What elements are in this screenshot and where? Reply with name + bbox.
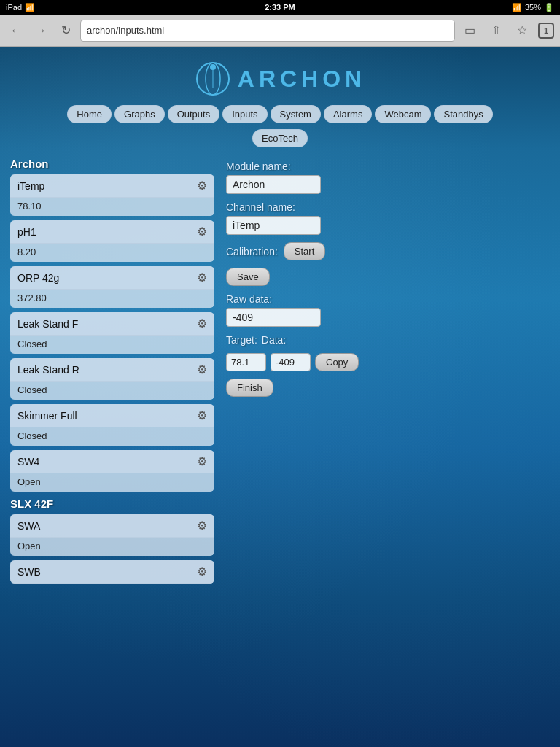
- target-value-input[interactable]: [226, 353, 266, 371]
- nav-webcam[interactable]: Webcam: [375, 105, 431, 123]
- sensor-value-orp: 372.80: [10, 290, 214, 308]
- nav-alarms[interactable]: Alarms: [324, 105, 372, 123]
- refresh-button[interactable]: ↻: [55, 20, 76, 41]
- data-label: Data:: [262, 334, 286, 346]
- slx-section-label: SLX 42F: [10, 498, 214, 510]
- sensor-name-orp: ORP 42g: [18, 272, 59, 284]
- raw-data-input[interactable]: [226, 308, 321, 327]
- nav-standbys[interactable]: Standbys: [434, 105, 492, 123]
- module-input[interactable]: [226, 175, 321, 194]
- nav-bar: Home Graphs Outputs Inputs System Alarms…: [0, 101, 560, 128]
- sensor-group-leak-f: Leak Stand F ⚙ Closed: [10, 312, 214, 354]
- sensor-header-swa: SWA ⚙: [10, 514, 214, 538]
- gear-icon-swb[interactable]: ⚙: [197, 565, 207, 578]
- sensor-header-itemp: iTemp ⚙: [10, 174, 214, 198]
- nav-ecotech[interactable]: EcoTech: [252, 129, 308, 147]
- content-area: Archon iTemp ⚙ 78.10 pH1 ⚙ 8.20: [0, 152, 560, 594]
- target-label: Target:: [226, 334, 257, 346]
- module-label: Module name:: [226, 160, 550, 172]
- browser-icons: ▭ ⇧ ☆ 1: [459, 20, 554, 41]
- sensor-group-ph1: pH1 ⚙ 8.20: [10, 220, 214, 262]
- gear-icon-leak-r[interactable]: ⚙: [197, 363, 207, 376]
- sensor-value-ph1: 8.20: [10, 244, 214, 262]
- sensor-value-leak-f: Closed: [10, 336, 214, 354]
- url-bar[interactable]: archon/inputs.html: [80, 20, 455, 42]
- sensor-value-itemp: 78.10: [10, 198, 214, 216]
- gear-icon-itemp[interactable]: ⚙: [197, 179, 207, 193]
- sensor-header-orp: ORP 42g ⚙: [10, 266, 214, 290]
- copy-button[interactable]: Copy: [315, 353, 359, 371]
- main-content: ARCHON Home Graphs Outputs Inputs System…: [0, 47, 560, 601]
- sensor-group-swa: SWA ⚙ Open: [10, 514, 214, 556]
- calibration-start-button[interactable]: Start: [284, 242, 325, 260]
- bookmark-button[interactable]: ☆: [512, 20, 532, 41]
- nav-bar-second: EcoTech: [0, 128, 560, 152]
- status-right: 📶 35% 🔋: [512, 3, 554, 12]
- logo-icon: [194, 60, 232, 98]
- sensor-header-sw4: SW4 ⚙: [10, 450, 214, 473]
- archon-section-label: Archon: [10, 158, 214, 170]
- calibration-label: Calibration:: [226, 246, 278, 258]
- sensor-header-leak-r: Leak Stand R ⚙: [10, 358, 214, 382]
- sensor-value-swa: Open: [10, 538, 214, 556]
- svg-point-2: [210, 64, 216, 70]
- tab-badge[interactable]: 1: [538, 23, 554, 39]
- gear-icon-skimmer[interactable]: ⚙: [197, 409, 207, 422]
- wifi-icon: 📶: [25, 3, 35, 12]
- cast-button[interactable]: ▭: [459, 20, 480, 41]
- channel-input[interactable]: [226, 216, 321, 235]
- gear-icon-swa[interactable]: ⚙: [197, 519, 207, 533]
- gear-icon-sw4[interactable]: ⚙: [197, 454, 207, 468]
- target-values-row: Copy: [226, 353, 550, 371]
- sensor-name-itemp: iTemp: [18, 180, 44, 192]
- url-text: archon/inputs.html: [87, 25, 164, 36]
- save-button[interactable]: Save: [226, 268, 270, 286]
- back-button[interactable]: ←: [6, 20, 26, 41]
- browser-chrome: ← → ↻ archon/inputs.html ▭ ⇧ ☆ 1: [0, 15, 560, 47]
- bluetooth-icon: 📶: [512, 3, 522, 12]
- nav-inputs[interactable]: Inputs: [222, 105, 267, 123]
- status-bar: iPad 📶 2:33 PM 📶 35% 🔋: [0, 0, 560, 15]
- sensor-name-sw4: SW4: [18, 456, 39, 468]
- battery-label: 35%: [525, 3, 541, 12]
- carrier-label: iPad: [6, 3, 22, 12]
- share-button[interactable]: ⇧: [486, 20, 506, 41]
- gear-icon-leak-f[interactable]: ⚙: [197, 317, 207, 330]
- sensor-group-skimmer: Skimmer Full ⚙ Closed: [10, 404, 214, 446]
- sensor-name-leak-f: Leak Stand F: [18, 318, 78, 330]
- calibration-row: Calibration: Start: [226, 242, 550, 260]
- sensor-group-swb: SWB ⚙: [10, 560, 214, 584]
- sensor-group-orp: ORP 42g ⚙ 372.80: [10, 266, 214, 308]
- sensor-group-itemp: iTemp ⚙ 78.10: [10, 174, 214, 216]
- sensor-header-skimmer: Skimmer Full ⚙: [10, 404, 214, 427]
- finish-button[interactable]: Finish: [226, 379, 273, 397]
- channel-label: Channel name:: [226, 201, 550, 213]
- status-left: iPad 📶: [6, 3, 35, 12]
- sensor-name-swa: SWA: [18, 520, 40, 532]
- raw-data-label: Raw data:: [226, 293, 550, 305]
- sensor-value-skimmer: Closed: [10, 427, 214, 446]
- nav-outputs[interactable]: Outputs: [168, 105, 220, 123]
- nav-system[interactable]: System: [271, 105, 321, 123]
- logo-area: ARCHON: [0, 54, 560, 101]
- target-data-row: Target: Data:: [226, 334, 550, 346]
- time-label: 2:33 PM: [265, 3, 295, 12]
- logo-text: ARCHON: [238, 66, 366, 93]
- battery-icon: 🔋: [544, 3, 554, 12]
- sensor-value-leak-r: Closed: [10, 382, 214, 400]
- gear-icon-orp[interactable]: ⚙: [197, 271, 207, 285]
- sensor-name-leak-r: Leak Stand R: [18, 364, 79, 376]
- sensor-header-leak-f: Leak Stand F ⚙: [10, 312, 214, 336]
- sensor-value-sw4: Open: [10, 473, 214, 492]
- sensor-group-leak-r: Leak Stand R ⚙ Closed: [10, 358, 214, 400]
- sensor-name-skimmer: Skimmer Full: [18, 410, 77, 422]
- right-panel: Module name: Channel name: Calibration: …: [226, 158, 550, 588]
- sensor-header-ph1: pH1 ⚙: [10, 220, 214, 244]
- data-value-input[interactable]: [271, 353, 311, 371]
- nav-home[interactable]: Home: [67, 105, 112, 123]
- left-panel: Archon iTemp ⚙ 78.10 pH1 ⚙ 8.20: [10, 158, 214, 588]
- sensor-name-ph1: pH1: [18, 226, 36, 238]
- nav-graphs[interactable]: Graphs: [114, 105, 165, 123]
- forward-button[interactable]: →: [31, 20, 51, 41]
- gear-icon-ph1[interactable]: ⚙: [197, 225, 207, 239]
